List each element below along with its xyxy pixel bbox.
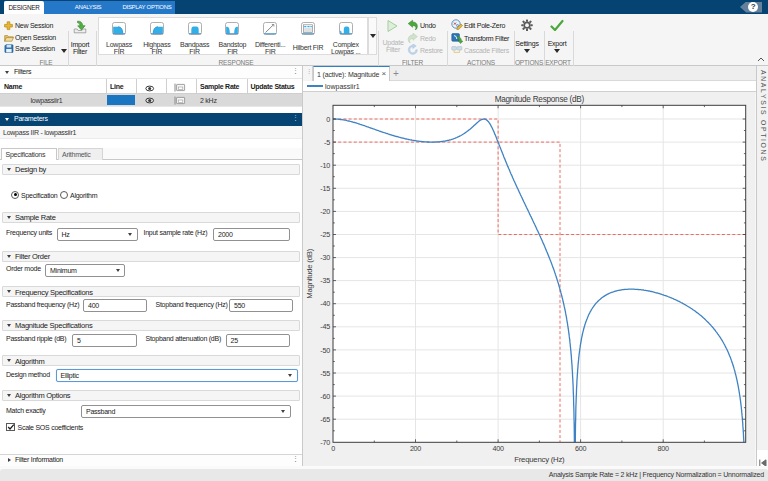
svg-text:-55: -55 [320, 369, 330, 378]
svg-text:-5: -5 [324, 138, 330, 147]
svg-text:800: 800 [658, 444, 669, 453]
svg-text:-20: -20 [320, 207, 330, 216]
svg-text:200: 200 [410, 444, 421, 453]
svg-text:-40: -40 [320, 299, 330, 308]
svg-text:-45: -45 [320, 322, 330, 331]
svg-text:Magnitude Response (dB): Magnitude Response (dB) [495, 95, 585, 104]
svg-text:600: 600 [575, 444, 586, 453]
svg-text:-10: -10 [320, 161, 330, 170]
svg-text:-60: -60 [320, 392, 330, 401]
svg-text:-30: -30 [320, 253, 330, 262]
svg-text:0: 0 [326, 115, 330, 124]
svg-text:0: 0 [331, 444, 335, 453]
svg-text:-50: -50 [320, 346, 330, 355]
svg-text:Frequency (Hz): Frequency (Hz) [514, 455, 565, 464]
svg-text:-70: -70 [320, 438, 330, 447]
svg-text:-65: -65 [320, 415, 330, 424]
svg-text:-25: -25 [320, 230, 330, 239]
svg-text:-35: -35 [320, 276, 330, 285]
svg-text:Magnitude (dB): Magnitude (dB) [305, 248, 314, 298]
svg-text:400: 400 [492, 444, 503, 453]
svg-text:-15: -15 [320, 184, 330, 193]
